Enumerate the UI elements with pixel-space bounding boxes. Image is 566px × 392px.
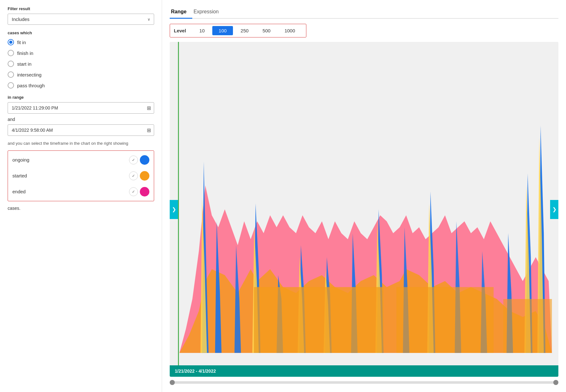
chart-container[interactable]: ❯ ❯ 1/21/2022 - 4/1/2022 (170, 42, 558, 377)
toggle-label-ongoing: ongoing (12, 157, 29, 163)
toggle-right-ongoing: ✓ (129, 155, 149, 165)
toggle-item-started: started ✓ (8, 168, 154, 184)
chart-date-bar: 1/21/2022 - 4/1/2022 (170, 365, 558, 377)
cases-which-label: cases which (8, 30, 154, 35)
toggle-check-ended[interactable]: ✓ (129, 187, 138, 196)
radio-circle-intersecting[interactable] (8, 71, 14, 78)
radio-circle-finish-in[interactable] (8, 50, 14, 56)
radio-fit-in[interactable]: fit in (8, 39, 154, 45)
end-date-input[interactable] (8, 124, 154, 136)
toggle-list: ongoing ✓ started ✓ ended ✓ (8, 150, 154, 201)
radio-label-start-in: start in (17, 61, 31, 67)
scrollbar-track[interactable] (170, 381, 558, 384)
toggle-dot-ended[interactable] (140, 187, 149, 196)
chart-nav-right-button[interactable]: ❯ (550, 200, 558, 219)
toggle-right-started: ✓ (129, 171, 149, 181)
scrollbar-thumb-left[interactable] (170, 380, 175, 385)
radio-finish-in[interactable]: finish in (8, 50, 154, 56)
level-label: Level (174, 28, 186, 33)
level-option-10[interactable]: 10 (193, 26, 211, 35)
toggle-dot-ongoing[interactable] (140, 155, 149, 165)
and-label: and (8, 117, 154, 122)
filter-result-label: Filter result (8, 6, 154, 11)
svg-rect-27 (254, 287, 384, 353)
start-date-input[interactable] (8, 102, 154, 114)
start-date-wrapper[interactable]: ⊞ (8, 102, 154, 114)
svg-rect-28 (396, 287, 494, 353)
level-option-100[interactable]: 100 (212, 26, 233, 35)
right-panel: Range Expression Level 10 100 250 500 10… (162, 0, 566, 392)
tab-range[interactable]: Range (170, 6, 192, 19)
chart-date-range-text: 1/21/2022 - 4/1/2022 (175, 369, 216, 374)
toggle-check-ongoing[interactable]: ✓ (129, 156, 138, 164)
chart-green-line (178, 42, 179, 365)
radio-start-in[interactable]: start in (8, 61, 154, 67)
end-date-wrapper[interactable]: ⊞ (8, 124, 154, 136)
level-option-250[interactable]: 250 (234, 26, 255, 35)
cases-suffix: cases. (8, 206, 20, 211)
level-option-500[interactable]: 500 (256, 26, 277, 35)
toggle-item-ongoing: ongoing ✓ (8, 152, 154, 168)
chart-svg (170, 42, 558, 377)
tab-expression[interactable]: Expression (192, 6, 224, 19)
radio-label-pass-through: pass through (17, 83, 45, 88)
toggle-label-ended: ended (12, 189, 26, 194)
level-selector: Level 10 100 250 500 1000 (170, 24, 306, 37)
filter-dropdown[interactable]: Includes (8, 14, 154, 25)
radio-label-fit-in: fit in (17, 40, 26, 45)
helper-text: and you can select the timeframe in the … (8, 140, 154, 147)
radio-pass-through[interactable]: pass through (8, 82, 154, 89)
radio-circle-pass-through[interactable] (8, 82, 14, 89)
level-option-1000[interactable]: 1000 (278, 26, 301, 35)
toggle-item-ended: ended ✓ (8, 184, 154, 200)
toggle-label-started: started (12, 173, 27, 178)
scrollbar-thumb-right[interactable] (553, 380, 558, 385)
tabs-row: Range Expression (170, 6, 558, 19)
svg-rect-29 (503, 299, 552, 353)
filter-dropdown-wrapper[interactable]: Includes ∨ (8, 14, 154, 25)
radio-intersecting[interactable]: intersecting (8, 71, 154, 78)
toggle-check-started[interactable]: ✓ (129, 171, 138, 180)
radio-label-finish-in: finish in (17, 50, 33, 56)
radio-circle-start-in[interactable] (8, 61, 14, 67)
radio-group: fit in finish in start in intersecting p… (8, 39, 154, 89)
radio-label-intersecting: intersecting (17, 72, 42, 77)
chart-nav-left-button[interactable]: ❯ (170, 200, 178, 219)
left-panel: Filter result Includes ∨ cases which fit… (0, 0, 162, 392)
radio-circle-fit-in[interactable] (8, 39, 14, 45)
toggle-dot-started[interactable] (140, 171, 149, 181)
in-range-label: in range (8, 95, 154, 100)
scrollbar-row (170, 379, 558, 386)
toggle-right-ended: ✓ (129, 187, 149, 196)
